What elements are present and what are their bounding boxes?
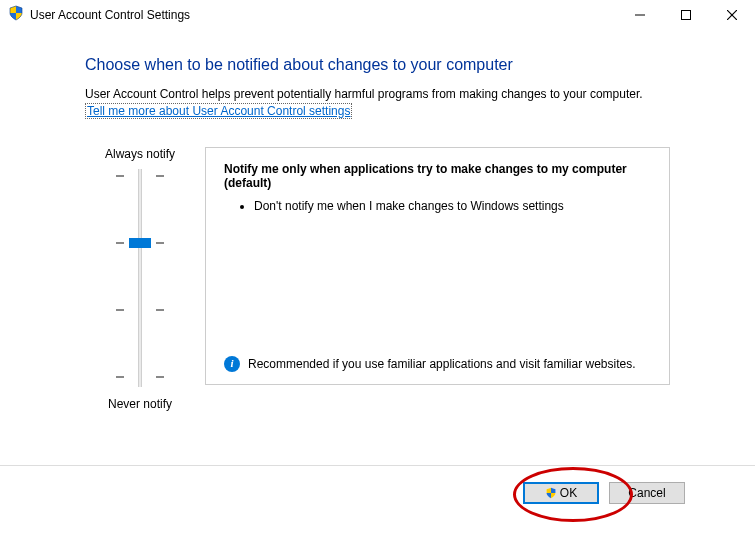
description-title: Notify me only when applications try to … — [224, 162, 651, 190]
learn-more-link[interactable]: Tell me more about User Account Control … — [85, 103, 352, 119]
slider-tick — [156, 376, 164, 378]
uac-shield-icon — [8, 5, 24, 24]
slider-rail — [138, 169, 142, 387]
description-list: Don't notify me when I make changes to W… — [224, 198, 651, 214]
page-heading: Choose when to be notified about changes… — [85, 56, 670, 74]
slider-thumb[interactable] — [129, 238, 151, 248]
cancel-button[interactable]: Cancel — [609, 482, 685, 504]
slider-tick — [116, 376, 124, 378]
slider-tick — [116, 309, 124, 311]
slider-tick — [156, 309, 164, 311]
maximize-button[interactable] — [663, 0, 709, 29]
ok-label: OK — [560, 486, 577, 500]
slider-tick — [116, 242, 124, 244]
slider-tick — [156, 175, 164, 177]
description-panel: Notify me only when applications try to … — [205, 147, 670, 385]
titlebar: User Account Control Settings — [0, 0, 755, 30]
slider-column: Always notify Never notify — [85, 147, 195, 411]
uac-shield-icon — [545, 487, 557, 499]
cancel-label: Cancel — [628, 486, 665, 500]
description-bullet: Don't notify me when I make changes to W… — [254, 198, 651, 214]
ok-button[interactable]: OK — [523, 482, 599, 504]
slider-tick — [156, 242, 164, 244]
info-icon: i — [224, 356, 240, 372]
main-area: Always notify Never notify Notify me onl… — [85, 147, 670, 411]
footer-separator — [0, 465, 755, 466]
recommendation-text: Recommended if you use familiar applicat… — [248, 356, 636, 372]
slider-label-always: Always notify — [85, 147, 195, 161]
close-button[interactable] — [709, 0, 755, 29]
page-description: User Account Control helps prevent poten… — [85, 86, 670, 103]
window-controls — [617, 0, 755, 29]
minimize-button[interactable] — [617, 0, 663, 29]
content-area: Choose when to be notified about changes… — [0, 30, 755, 411]
window-title: User Account Control Settings — [30, 8, 617, 22]
slider-label-never: Never notify — [85, 397, 195, 411]
footer-buttons: OK Cancel — [523, 482, 685, 504]
svg-rect-1 — [682, 10, 691, 19]
notification-slider[interactable] — [110, 169, 170, 387]
slider-tick — [116, 175, 124, 177]
recommendation-row: i Recommended if you use familiar applic… — [224, 356, 651, 372]
